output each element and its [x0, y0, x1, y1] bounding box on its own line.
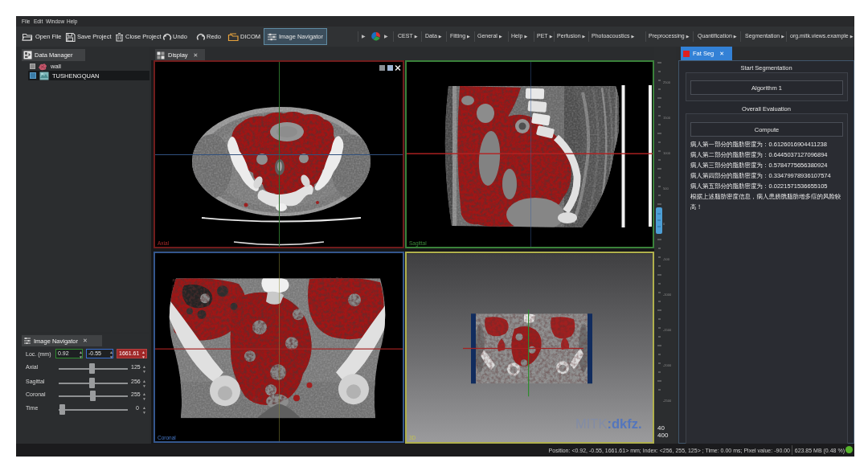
svg-text:3D: 3D [409, 435, 416, 440]
svg-text:-1500: -1500 [663, 328, 672, 332]
svg-text:1000: 1000 [663, 151, 671, 155]
svg-text:Axial: Axial [158, 240, 170, 246]
svg-text:2500: 2500 [663, 80, 671, 84]
svg-text:-500: -500 [663, 257, 670, 261]
svg-text:0: 0 [663, 222, 665, 226]
svg-text:500: 500 [663, 186, 669, 190]
svg-text:-2500: -2500 [663, 399, 672, 403]
svg-text:Coronal: Coronal [158, 435, 176, 440]
svg-text:-1000: -1000 [663, 293, 672, 297]
svg-text:-2000: -2000 [663, 363, 672, 367]
svg-text:MITK:dkfz.: MITK:dkfz. [575, 416, 642, 431]
svg-text:1500: 1500 [663, 116, 671, 120]
svg-text:Sagittal: Sagittal [409, 240, 427, 247]
